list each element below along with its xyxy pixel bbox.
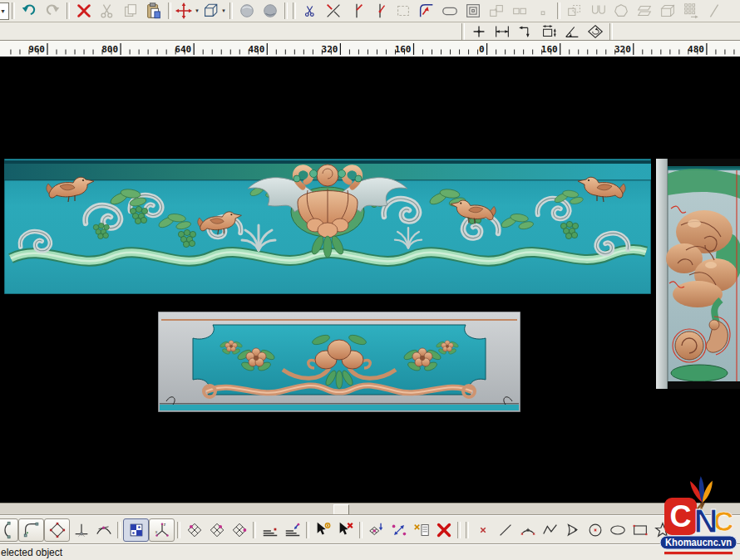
dims-rect-button[interactable] [537,22,560,41]
trim-cross-button[interactable] [322,2,345,20]
draw-point-button[interactable] [471,518,494,542]
scissors-mini-button[interactable] [298,2,322,20]
normal-axis-button[interactable] [70,518,92,542]
toolbar-separator [466,522,469,538]
dist-horizontal-button[interactable] [491,22,514,41]
delete-bold-button[interactable] [432,518,455,542]
cursor-node-button[interactable] [312,518,334,542]
cut-scissors-button[interactable] [96,2,119,20]
copy-pages-button[interactable] [119,2,142,20]
oblong-button[interactable] [438,2,461,20]
nodes-arrows-button[interactable] [387,518,410,542]
draw-circle-icon [586,521,604,539]
facet-dot-right-button[interactable] [228,518,250,542]
axes-xz-button[interactable]: zx [149,518,175,542]
svg-text:960: 960 [28,44,45,55]
draw-line-button[interactable] [494,518,516,542]
polygon-7-button[interactable] [609,2,633,20]
sphere-dark-button[interactable] [259,2,282,20]
box-3d-button[interactable] [656,2,679,20]
draw-curve-icon [564,521,582,539]
design-canvas[interactable] [0,57,740,503]
parallelograms-button[interactable] [633,2,656,20]
view-cube-button[interactable]: ▼ [200,2,227,20]
checker-grid-button[interactable] [123,518,149,542]
squares-pair-button[interactable] [508,2,531,20]
redo-icon [43,2,62,20]
tangent-point-icon [95,521,113,539]
group-squares-button[interactable] [485,2,508,20]
angle-measure-icon [563,22,581,41]
cursor-delete-icon [337,521,355,539]
svg-text:480: 480 [248,44,264,55]
diamond-handles-button[interactable] [44,518,70,542]
rotate-diamond-button[interactable] [584,22,607,41]
dropdown-caret-icon: ▼ [195,8,200,13]
horizontal-scrollbar[interactable] [0,503,740,516]
layer-base-button[interactable] [259,518,281,542]
facet-arrow-down-button[interactable] [365,518,387,542]
sphere-shaded-button[interactable] [235,2,259,20]
relief-render-zoom-detail[interactable] [656,159,740,389]
logo-letter-c1: C [670,499,692,533]
dist-path-icon [516,22,535,41]
toolbar-separator [117,522,121,538]
split-line-dot-button[interactable] [368,2,392,20]
square-dot-icon [534,2,552,20]
draw-ellipse-button[interactable] [606,518,629,542]
draw-polyline-button[interactable] [539,518,561,542]
layer-arrow-button[interactable] [281,518,303,542]
draw-ellipse-icon [609,521,627,539]
arc-segment-button[interactable] [0,518,18,542]
combo-box-partial[interactable]: ▼ [0,2,9,20]
square-dot-button[interactable] [531,2,555,20]
pick-list-button[interactable] [410,518,432,542]
facet-dot-tl-button[interactable] [183,518,205,542]
redo-button[interactable] [41,2,64,20]
point-cross-button[interactable] [467,22,491,41]
rect-dashed-button[interactable] [392,2,415,20]
copy-offset-icon [565,2,584,20]
toolbar-main: ▼▼▼ [0,0,740,22]
pick-list-icon [412,521,431,539]
trim-cross-icon [324,2,343,20]
cursor-node-icon [314,521,333,539]
draw-rect-button[interactable] [629,518,651,542]
toolbar-separator [461,23,465,40]
toolbar-separator [457,522,461,538]
transform-move-button[interactable]: ▼ [174,2,200,20]
paste-clipboard-button[interactable] [142,2,165,20]
corner-nodes-button[interactable] [18,518,44,542]
undo-button[interactable] [17,2,41,20]
normal-axis-icon [72,521,91,539]
scrollbar-thumb[interactable] [333,504,349,516]
angle-measure-button[interactable] [560,22,584,41]
copy-offset-button[interactable] [563,2,586,20]
cursor-delete-button[interactable] [334,518,357,542]
relief-render-main[interactable] [4,159,651,294]
svg-text:320: 320 [322,44,338,55]
toolbar-separator [306,522,309,538]
cnc-logo: C C N Khomaucnc.vn [659,474,739,556]
checker-grid-icon [127,521,146,539]
split-line-button[interactable] [345,2,368,20]
copy-pages-icon [121,2,140,20]
array-grid-button[interactable] [679,2,703,20]
layer-arrow-icon [284,521,302,539]
diamond-handles-icon [48,521,67,539]
mirror-pair-button[interactable] [586,2,609,20]
draw-circle-button[interactable] [584,518,606,542]
dist-path-button[interactable] [514,22,537,41]
relief-render-front-panel[interactable] [158,312,520,412]
mirror-pair-icon [589,2,607,20]
tangent-point-button[interactable] [92,518,115,542]
layer-base-icon [261,521,279,539]
concentric-squares-button[interactable] [461,2,485,20]
draw-curve-button[interactable] [561,518,584,542]
fillet-corner-button[interactable] [415,2,438,20]
facet-dot-tr-button[interactable] [205,518,228,542]
draw-arc-button[interactable] [516,518,539,542]
delete-red-button[interactable] [72,2,96,20]
slash-line-button[interactable] [703,2,726,20]
fillet-corner-icon [417,2,436,20]
